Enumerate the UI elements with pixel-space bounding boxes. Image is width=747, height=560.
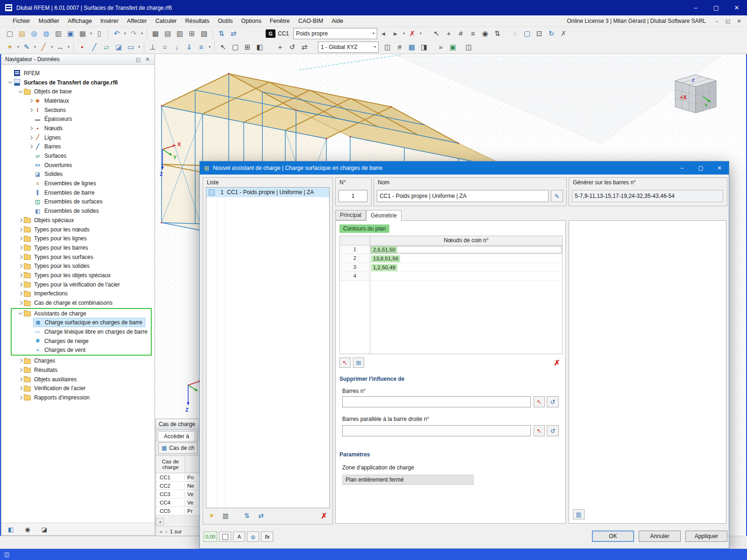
apply-button[interactable]: Appliquer (685, 531, 727, 542)
workplane-color-button[interactable] (219, 532, 231, 542)
redo-button[interactable]: ↷ (127, 28, 140, 39)
panel-layout-icon[interactable]: ◫ (4, 551, 9, 558)
menu-options[interactable]: Options (237, 16, 266, 26)
workplane-button[interactable]: ◫ (381, 42, 394, 53)
chevron-right-icon[interactable] (17, 301, 23, 304)
load-generate-button[interactable]: ⇄ (227, 28, 240, 39)
menu-aide[interactable]: Aide (327, 16, 347, 26)
navigator-header[interactable]: Navigateur - Données ◱ ✕ (1, 54, 155, 65)
select-box-button[interactable]: ▢ (229, 42, 241, 53)
menu-outils[interactable]: Outils (214, 16, 237, 26)
pick-plane-button[interactable]: ⊞ (353, 357, 364, 368)
chevron-down-icon[interactable]: ▾ (16, 45, 21, 49)
hscroll-left-arrow[interactable]: ◂ (156, 518, 164, 525)
tree-item[interactable]: Charges (1, 356, 155, 365)
menu-modifier[interactable]: Modifier (35, 16, 63, 26)
edit-name-button[interactable]: ✎ (551, 190, 563, 202)
mdi-close-button[interactable]: ✕ (734, 18, 744, 24)
chevron-right-icon[interactable] (28, 136, 34, 139)
mdi-restore-button[interactable]: ◱ (723, 18, 733, 24)
tree-item[interactable]: Surfaces de Transfert de charge.rf6 (1, 78, 155, 87)
chevron-right-icon[interactable] (17, 265, 23, 267)
select-pointer-button[interactable]: ↖ (430, 28, 443, 39)
table-view-button[interactable]: ▤ (162, 28, 174, 39)
draw-line-button[interactable]: ╱ (37, 42, 49, 53)
chevron-down-icon[interactable]: ▾ (140, 31, 144, 35)
tree-item[interactable]: ⋯Charge linéique libre en charges de bar… (12, 327, 151, 336)
render-mode-button[interactable]: ◨ (418, 42, 430, 53)
close-panel-icon[interactable]: ✕ (143, 56, 152, 63)
new-opening-button[interactable]: ▭ (125, 42, 137, 53)
visibility-button[interactable]: ◉ (479, 28, 491, 39)
tree-item[interactable]: ▱Surfaces (1, 151, 155, 161)
tree-item-selected[interactable]: ⊞Charge surfacique en charges de barre (12, 318, 151, 328)
cancel-button[interactable]: Annuler (639, 531, 681, 542)
move-button[interactable]: + (274, 42, 286, 53)
chevron-right-icon[interactable] (17, 256, 23, 259)
tree-item[interactable]: ✱Charges de neige (12, 336, 151, 346)
navigation-cube[interactable]: +X Y Z (675, 75, 716, 113)
tree-item[interactable]: ◫Ensembles de surfaces (1, 197, 155, 207)
guidelines-button[interactable]: # (455, 28, 467, 39)
close-button[interactable]: ✕ (726, 0, 747, 15)
settings-button[interactable]: ▣ (447, 42, 459, 53)
tree-item[interactable]: ▬Épaisseurs (1, 114, 155, 124)
tree-item[interactable]: Assistants de charge (12, 309, 151, 318)
menu-affichage[interactable]: Affichage (63, 16, 96, 26)
new-surface-button[interactable]: ▱ (100, 42, 113, 53)
name-field[interactable]: CC1 - Poids propre | Uniforme | ZA (377, 190, 549, 202)
ok-button[interactable]: OK (592, 531, 634, 542)
chevron-right-icon[interactable] (17, 359, 23, 362)
minimize-button[interactable]: – (685, 0, 706, 15)
new-wizard-button[interactable]: ✶ (206, 510, 217, 521)
chevron-down-icon[interactable]: ▾ (123, 31, 127, 35)
find-button[interactable]: ◌ (509, 28, 521, 39)
revert-parallel-members-button[interactable]: ↺ (547, 425, 559, 436)
special-selection-button[interactable]: ⊞ (241, 42, 254, 53)
refresh-button[interactable]: ↻ (545, 28, 557, 39)
member-load-button[interactable]: ⇓ (183, 42, 195, 53)
menu-affecter[interactable]: Affecter (123, 16, 151, 26)
chevron-right-icon[interactable] (28, 109, 34, 112)
wizard-list[interactable]: 1CC1 - Poids propre | Uniforme | ZA (206, 187, 330, 508)
wizard-list-item[interactable]: 1CC1 - Poids propre | Uniforme | ZA (206, 188, 329, 197)
chevron-down-icon[interactable]: ▾ (137, 45, 141, 49)
table-sc-button[interactable]: ⊞ (186, 28, 198, 39)
chevron-right-icon[interactable] (17, 219, 23, 222)
tree-item[interactable]: Résultats (1, 365, 155, 375)
snap-grid-button[interactable]: ▦ (406, 42, 418, 53)
load-application-zone-select[interactable]: Plan entièrement fermé (342, 475, 474, 485)
chevron-right-icon[interactable] (17, 369, 23, 371)
delete-load-case-button[interactable]: ✗ (406, 28, 418, 39)
chevron-right-icon[interactable] (17, 283, 23, 286)
chevron-down-icon[interactable]: ▾ (418, 31, 423, 35)
chevron-right-icon[interactable] (17, 246, 23, 249)
tree-item[interactable]: Types pour les surfaces (1, 252, 155, 262)
chevron-right-icon[interactable] (28, 127, 34, 130)
split-view-button[interactable]: ◫ (463, 42, 475, 53)
tree-item[interactable]: ▭Ouvertures (1, 161, 155, 170)
save-button[interactable]: ▣ (64, 28, 77, 39)
tree-item[interactable]: Types pour les nœuds (1, 225, 155, 234)
dimension-button[interactable]: ↔ (54, 42, 66, 53)
renumber-button[interactable]: ⇅ (491, 28, 503, 39)
chevron-right-icon[interactable] (28, 99, 34, 102)
contour-row[interactable]: 31,2,50,49 (340, 263, 562, 272)
new-member-button[interactable]: ╱ (88, 42, 100, 53)
chevron-right-icon[interactable] (17, 387, 23, 390)
contour-row[interactable]: 4 (340, 272, 562, 281)
tree-item[interactable]: Objets de base (1, 87, 155, 96)
pick-nodes-button[interactable]: ↖ (339, 357, 351, 368)
favorites-button[interactable]: ✦ (4, 42, 16, 53)
grid-button[interactable]: # (394, 42, 406, 53)
first-page-icon[interactable]: « (160, 529, 162, 534)
new-model-button[interactable]: ▢ (4, 28, 16, 39)
tree-item[interactable]: Types pour les lignes (1, 234, 155, 243)
dialog-maximize-button[interactable]: ▢ (691, 161, 710, 175)
menu-fichier[interactable]: Fichier (8, 16, 35, 26)
dlubal-connect-button[interactable]: ◎ (28, 28, 40, 39)
more-tools-button[interactable]: » (435, 42, 447, 53)
chevron-right-icon[interactable] (17, 228, 23, 231)
coordinate-system-combo[interactable]: 1 - Global XYZ▾ (318, 42, 379, 53)
tree-item[interactable]: ≡Ensembles de lignes (1, 179, 155, 188)
